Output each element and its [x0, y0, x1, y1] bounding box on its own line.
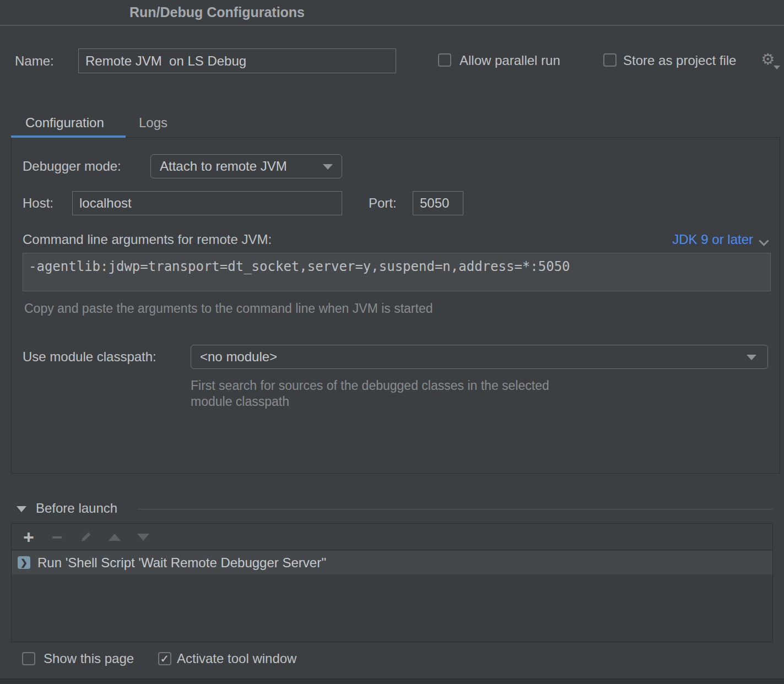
run-shell-script-icon: ❯ — [18, 556, 30, 569]
run-debug-configurations-dialog: Run/Debug Configurations Name: Allow par… — [0, 0, 784, 684]
before-launch-task-label: Run 'Shell Script 'Wait Remote Debugger … — [37, 555, 326, 571]
dialog-titlebar: Run/Debug Configurations — [0, 0, 784, 26]
command-line-args-hint: Copy and paste the arguments to the comm… — [24, 301, 433, 316]
name-input[interactable] — [78, 48, 396, 73]
allow-parallel-run-checkbox[interactable] — [438, 53, 451, 67]
gear-dropdown-arrow-icon — [774, 66, 780, 69]
jdk-chevron-down-icon[interactable] — [759, 236, 769, 246]
command-line-args-label: Command line arguments for remote JVM: — [23, 231, 272, 248]
store-as-project-file-checkbox[interactable] — [603, 53, 617, 67]
chevron-down-icon — [747, 355, 756, 360]
before-launch-title: Before launch — [36, 498, 117, 518]
add-button[interactable]: + — [19, 524, 38, 550]
port-label: Port: — [369, 191, 397, 215]
move-up-button[interactable] — [105, 524, 124, 550]
module-classpath-label: Use module classpath: — [23, 345, 156, 369]
pencil-icon — [79, 530, 93, 544]
debugger-mode-label: Debugger mode: — [23, 154, 121, 178]
host-input[interactable] — [72, 191, 342, 215]
move-down-button[interactable] — [134, 524, 153, 550]
triangle-up-icon — [109, 534, 121, 541]
command-line-args-value[interactable]: -agentlib:jdwp=transport=dt_socket,serve… — [23, 253, 771, 291]
gear-glyph: ⚙ — [761, 51, 775, 68]
configuration-panel: Debugger mode: Attach to remote JVM Host… — [11, 137, 780, 474]
module-classpath-value: <no module> — [200, 349, 277, 365]
name-label: Name: — [15, 48, 54, 73]
before-launch-toolbar: + − — [12, 524, 772, 550]
dialog-bottom-edge — [0, 678, 784, 684]
debugger-mode-dropdown[interactable]: Attach to remote JVM — [150, 154, 342, 178]
active-tab-underline — [11, 135, 126, 138]
debugger-mode-value: Attach to remote JVM — [160, 159, 287, 174]
tab-configuration[interactable]: Configuration — [25, 110, 104, 135]
activate-tool-window-checkbox[interactable]: ✓ — [158, 652, 171, 665]
dialog-title: Run/Debug Configurations — [129, 0, 305, 25]
port-input[interactable] — [413, 191, 463, 215]
module-classpath-dropdown[interactable]: <no module> — [191, 345, 768, 369]
triangle-down-icon — [137, 534, 149, 541]
allow-parallel-run-label: Allow parallel run — [459, 53, 560, 68]
run-chevron-glyph: ❯ — [20, 557, 28, 568]
before-launch-task-row[interactable]: ❯ Run 'Shell Script 'Wait Remote Debugge… — [12, 551, 772, 574]
show-this-page-checkbox[interactable] — [22, 652, 35, 665]
store-as-project-file-label: Store as project file — [623, 53, 736, 68]
module-classpath-hint-line2: module classpath — [191, 394, 549, 410]
before-launch-panel: + − ❯ Run 'Shell Script 'Wait Remote Deb… — [11, 523, 773, 642]
module-classpath-hint: First search for sources of the debugged… — [191, 378, 549, 410]
edit-button[interactable] — [77, 524, 95, 550]
tab-logs[interactable]: Logs — [139, 110, 167, 135]
before-launch-header: Before launch — [0, 498, 784, 518]
gear-icon[interactable]: ⚙ — [761, 51, 775, 68]
remove-button[interactable]: − — [48, 524, 67, 550]
host-label: Host: — [23, 191, 53, 215]
module-classpath-hint-line1: First search for sources of the debugged… — [191, 378, 549, 394]
collapse-triangle-icon[interactable] — [17, 506, 26, 512]
chevron-down-icon — [323, 164, 333, 170]
check-icon: ✓ — [160, 652, 170, 665]
jdk-version-selector[interactable]: JDK 9 or later — [672, 231, 753, 248]
show-this-page-label: Show this page — [44, 651, 134, 666]
activate-tool-window-label: Activate tool window — [177, 651, 296, 666]
before-launch-separator — [138, 509, 773, 509]
